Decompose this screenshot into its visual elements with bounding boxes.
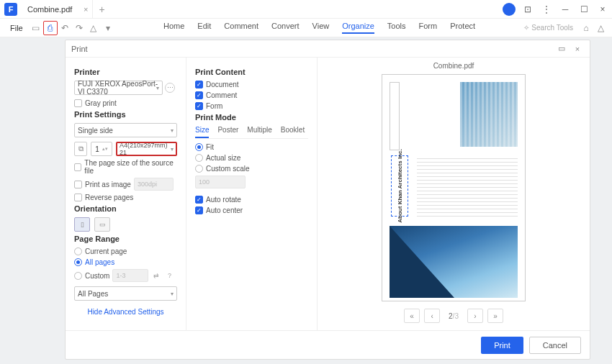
all-pages-radio[interactable]: [74, 258, 82, 266]
content-form-checkbox[interactable]: ✓: [195, 102, 203, 110]
orientation-heading: Orientation: [74, 204, 177, 213]
tab-edit[interactable]: Edit: [197, 22, 211, 34]
sides-value: Single side: [78, 127, 113, 135]
help-icon[interactable]: △: [593, 21, 608, 35]
content-document-label: Document: [206, 81, 239, 88]
tab-organize[interactable]: Organize: [342, 22, 374, 34]
current-page-label: Current page: [85, 247, 127, 255]
all-pages-label: All pages: [85, 258, 114, 266]
paper-size-select[interactable]: A4(210x297mm) 21 ▾: [116, 142, 177, 156]
tab-view[interactable]: View: [312, 22, 330, 34]
dialog-max-icon[interactable]: ▭: [555, 42, 568, 55]
mode-poster-tab[interactable]: Poster: [217, 126, 238, 138]
gray-print-label: Gray print: [85, 99, 117, 107]
notify-icon[interactable]: ⊡: [519, 1, 536, 18]
custom-scale-label: Custom scale: [206, 165, 250, 173]
printer-value: FUJI XEROX ApeosPort-VI C3370: [78, 80, 159, 96]
dialog-footer: Print Cancel: [66, 330, 590, 359]
pager-prev-button[interactable]: ‹: [424, 309, 440, 323]
page-range-heading: Page Range: [74, 235, 177, 243]
search-tools[interactable]: ✧ Search Tools: [523, 24, 573, 32]
mode-booklet-tab[interactable]: Booklet: [281, 126, 305, 138]
chevron-down-icon: ▾: [171, 127, 174, 134]
range-help-icon[interactable]: ?: [164, 270, 174, 281]
printer-heading: Printer: [74, 68, 177, 76]
custom-range-radio[interactable]: [74, 272, 82, 280]
pager-page-indicator: 2/3: [444, 312, 463, 320]
print-settings-heading: Print Settings: [74, 110, 177, 119]
content-comment-label: Comment: [206, 91, 237, 99]
search-placeholder: Search Tools: [531, 24, 573, 32]
pager-first-button[interactable]: «: [404, 309, 420, 323]
pager-next-button[interactable]: ›: [467, 309, 483, 323]
source-size-checkbox[interactable]: [74, 163, 81, 171]
print-mode-heading: Print Mode: [195, 113, 308, 122]
hide-advanced-link[interactable]: Hide Advanced Settings: [74, 308, 177, 316]
collate-icon[interactable]: ⧉: [74, 142, 87, 156]
auto-rotate-checkbox[interactable]: ✓: [195, 196, 203, 204]
print-preview-panel: Combine.pdf About Khan Architects Inc. «…: [318, 58, 590, 330]
ql-share-icon[interactable]: △: [86, 21, 101, 35]
page-subset-select[interactable]: All Pages ▾: [74, 286, 177, 301]
pager-last-button[interactable]: »: [487, 309, 503, 323]
printer-info-icon[interactable]: ⋯: [165, 83, 175, 93]
new-tab-button[interactable]: +: [99, 4, 104, 15]
dialog-title: Print: [71, 45, 88, 53]
minimize-button[interactable]: ─: [557, 1, 574, 18]
mode-size-tab[interactable]: Size: [195, 126, 209, 138]
tab-protect[interactable]: Protect: [450, 22, 475, 34]
range-shuffle-icon[interactable]: ⇄: [151, 270, 161, 281]
dpi-input: 300dpi: [134, 178, 174, 191]
print-content-heading: Print Content: [195, 68, 308, 76]
gray-print-checkbox[interactable]: [74, 99, 82, 107]
dialog-close-icon[interactable]: ×: [571, 42, 584, 55]
actual-size-radio[interactable]: [195, 154, 203, 162]
file-menu[interactable]: File: [4, 24, 29, 32]
current-page-radio[interactable]: [74, 247, 82, 255]
subset-value: All Pages: [78, 290, 108, 298]
preview-annotation-box[interactable]: About Khan Architects Inc.: [391, 155, 408, 217]
tab-home[interactable]: Home: [163, 22, 184, 34]
ql-open-icon[interactable]: ▭: [29, 21, 43, 35]
close-tab-icon[interactable]: ×: [84, 5, 88, 14]
orientation-landscape[interactable]: ▭: [94, 217, 110, 232]
preview-page: About Khan Architects Inc.: [382, 74, 526, 301]
orientation-portrait[interactable]: ▯: [74, 217, 90, 232]
source-size-label: The page size of the source file: [84, 159, 177, 175]
mode-multiple-tab[interactable]: Multiple: [247, 126, 271, 138]
copies-input[interactable]: 1▴▾: [91, 142, 112, 156]
tab-comment[interactable]: Comment: [224, 22, 258, 34]
close-window-button[interactable]: ×: [594, 1, 611, 18]
maximize-button[interactable]: ☐: [575, 1, 593, 18]
ql-redo-icon[interactable]: ↷: [72, 21, 86, 35]
user-avatar[interactable]: [503, 3, 516, 16]
paper-value: A4(210x297mm) 21: [120, 142, 174, 156]
cloud-icon[interactable]: ⌂: [579, 21, 593, 35]
auto-center-checkbox[interactable]: ✓: [195, 206, 203, 214]
auto-rotate-label: Auto rotate: [206, 196, 241, 204]
custom-scale-radio[interactable]: [195, 165, 203, 173]
cancel-button[interactable]: Cancel: [529, 337, 581, 354]
content-comment-checkbox[interactable]: ✓: [195, 91, 203, 99]
tab-tools[interactable]: Tools: [387, 22, 406, 34]
kebab-menu-icon[interactable]: ⋮: [538, 1, 555, 18]
workspace: Print ▭ × Printer FUJI XEROX ApeosPort-V…: [0, 37, 612, 364]
print-button[interactable]: Print: [481, 337, 523, 354]
reverse-pages-checkbox[interactable]: [74, 194, 82, 201]
content-document-checkbox[interactable]: ✓: [195, 81, 203, 88]
printer-select[interactable]: FUJI XEROX ApeosPort-VI C3370 ▾ ⋯: [74, 81, 163, 95]
tab-convert[interactable]: Convert: [271, 22, 300, 34]
auto-center-label: Auto center: [206, 206, 243, 214]
tab-form[interactable]: Form: [419, 22, 438, 34]
ql-undo-icon[interactable]: ↶: [58, 21, 72, 35]
sides-select[interactable]: Single side ▾: [74, 123, 177, 137]
preview-body-text: [417, 155, 518, 217]
fit-label: Fit: [206, 143, 214, 151]
print-as-image-checkbox[interactable]: [74, 181, 82, 188]
ribbon-tabs: Home Edit Comment Convert View Organize …: [115, 22, 524, 34]
custom-range-label: Custom: [85, 272, 109, 280]
document-tab[interactable]: Combine.pdf ×: [22, 0, 93, 18]
ql-more-icon[interactable]: ▾: [101, 21, 115, 35]
ql-print-icon[interactable]: ⎙: [43, 21, 58, 35]
fit-radio[interactable]: [195, 143, 203, 151]
